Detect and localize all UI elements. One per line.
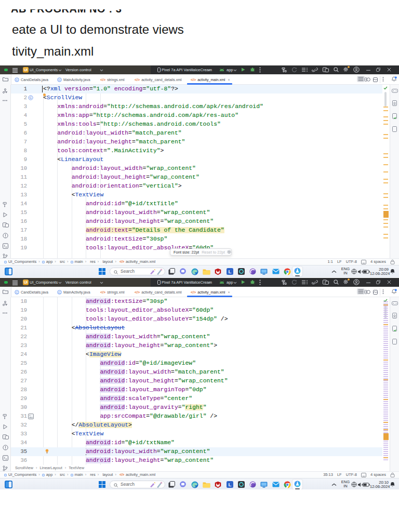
svg-text:L: L <box>229 482 232 487</box>
svg-text:C: C <box>16 291 18 294</box>
svg-text:C: C <box>58 291 61 294</box>
svg-text:C: C <box>30 96 32 99</box>
svg-text:C: C <box>16 78 18 82</box>
svg-text:</>: </> <box>119 260 124 263</box>
svg-text:</>: </> <box>119 473 124 476</box>
svg-text:L: L <box>229 269 232 274</box>
svg-text:C: C <box>58 78 61 82</box>
